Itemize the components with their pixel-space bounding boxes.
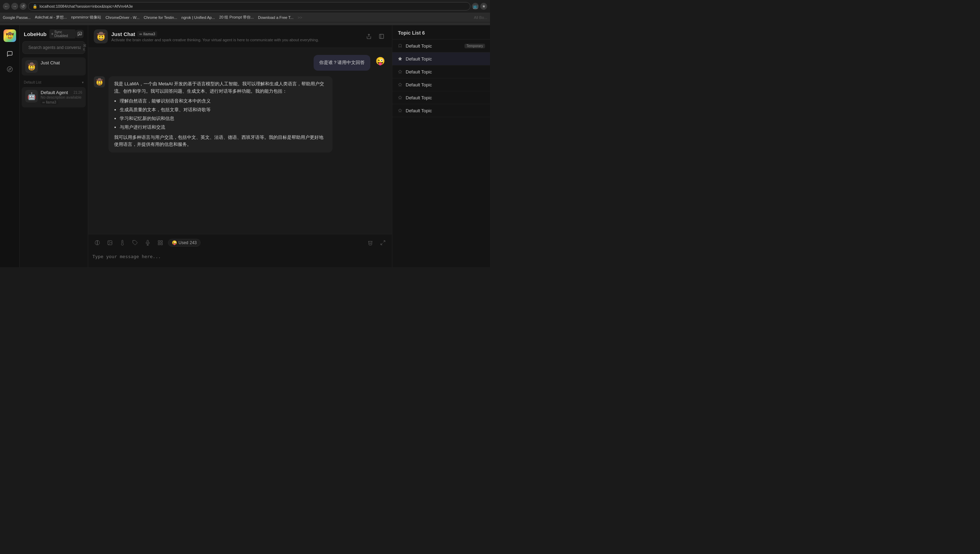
svg-point-0 (7, 67, 12, 72)
bookmark-prompt[interactable]: 20 组 Prompt 带你... (219, 15, 254, 20)
tag-button[interactable] (130, 238, 140, 248)
bookmark-ngrok[interactable]: ngrok | Unified Ap... (181, 15, 215, 19)
clear-button[interactable] (366, 238, 375, 248)
search-input[interactable] (28, 45, 81, 50)
assistant-bullet-list: 理解自然语言，能够识别语音和文本中的含义 生成高质量的文本，包括文章、对话和诗歌… (114, 97, 327, 131)
bullet-4: 与用户进行对话和交流 (120, 124, 327, 131)
sidebar-header: LobeHub Sync Disabled (19, 25, 88, 41)
panel-toggle-button[interactable] (377, 32, 386, 41)
topic-item-5[interactable]: Default Topic (393, 104, 490, 117)
user-message-text: 你是谁？请用中文回答 (319, 60, 365, 65)
topic-bookmark-icon-0 (397, 43, 403, 49)
user-avatar: 😜 (374, 55, 386, 67)
chat-agent-name: Just Chat ∞ llama3 (111, 31, 361, 37)
bookmark-google[interactable]: Google Passw... (3, 15, 31, 19)
topic-item-2[interactable]: Default Topic (393, 65, 490, 78)
default-agent-item[interactable]: 🤖 Default Agent 21:26 No description ava… (22, 87, 86, 107)
topic-name-2: Default Topic (405, 69, 485, 75)
svg-line-18 (383, 240, 385, 242)
chat-header-actions (364, 32, 386, 41)
svg-marker-20 (398, 57, 402, 60)
used-token-badge[interactable]: 😜 Used 243 (168, 239, 201, 247)
grid-button[interactable] (155, 238, 165, 248)
chat-model-badge: ∞ llama3 (137, 31, 157, 37)
svg-rect-14 (158, 240, 160, 242)
sync-label: Sync Disabled (54, 30, 73, 38)
just-chat-avatar: 🤠 (25, 60, 38, 73)
topic-name-3: Default Topic (405, 82, 485, 88)
bookmark-download[interactable]: Download a Free T... (258, 15, 293, 19)
assistant-avatar: 🤠 (94, 76, 105, 88)
chat-nav-icon[interactable] (3, 48, 16, 60)
icon-sidebar: 🤠 (0, 25, 19, 267)
lock-icon: 🔒 (32, 4, 37, 9)
address-bar[interactable]: 🔒 localhost:10084/chat?session=inbox&top… (28, 2, 471, 11)
default-agent-desc: No description available (41, 95, 82, 99)
forward-button[interactable]: → (11, 3, 18, 10)
all-bookmarks[interactable]: All Bo... (474, 15, 487, 19)
default-agent-avatar: 🤖 (25, 90, 38, 102)
share-button[interactable] (364, 32, 374, 41)
bookmark-npmmirror[interactable]: npmmirror 镜像站 (71, 15, 101, 20)
svg-marker-23 (398, 96, 402, 99)
search-bar[interactable]: ⌘ K (22, 41, 85, 54)
chat-infinity-icon: ∞ (139, 32, 142, 36)
svg-point-10 (109, 242, 110, 242)
user-message-bubble: 你是谁？请用中文回答 (314, 55, 370, 71)
sync-dot (51, 33, 53, 35)
bookmark-chromedriver[interactable]: ChromeDriver - W... (105, 15, 139, 19)
svg-rect-16 (161, 243, 163, 245)
chat-agent-desc: Activate the brain cluster and spark cre… (111, 38, 361, 42)
chat-area: 🤠 Just Chat ∞ llama3 Activate the brain … (88, 25, 392, 267)
default-agent-info: Default Agent 21:26 No description avail… (41, 90, 82, 105)
new-chat-button[interactable] (76, 30, 84, 38)
topic-name-0: Default Topic (405, 43, 462, 49)
input-row (93, 250, 388, 263)
bookmark-askchat[interactable]: Askchat.ai - 梦想... (35, 15, 67, 20)
topic-name-5: Default Topic (405, 108, 485, 113)
topic-star-icon-1 (397, 56, 403, 62)
back-button[interactable]: ← (3, 3, 10, 10)
svg-rect-7 (380, 34, 384, 38)
bullet-1: 理解自然语言，能够识别语音和文本中的含义 (120, 97, 327, 105)
used-emoji: 😜 (172, 240, 177, 245)
topic-item-0[interactable]: Default Topic Temporary (393, 40, 490, 53)
topic-item-1[interactable]: Default Topic (393, 53, 490, 65)
bookmark-star-button[interactable]: ★ (480, 3, 487, 10)
topic-name-4: Default Topic (405, 95, 485, 100)
toolbar-row: 😜 Used 243 (93, 238, 388, 248)
topic-star-icon-5 (397, 108, 403, 113)
topic-item-3[interactable]: Default Topic (393, 78, 490, 91)
message-input[interactable] (93, 250, 388, 263)
brain-cluster-button[interactable] (93, 238, 102, 248)
reload-button[interactable]: ↺ (19, 3, 27, 10)
used-label: Used (179, 240, 188, 245)
discover-nav-icon[interactable] (3, 63, 16, 76)
url-text: localhost:10084/chat?session=inbox&topic… (40, 4, 133, 8)
used-count: 243 (190, 240, 197, 245)
right-sidebar: Topic List 6 Default Topic Temporary Def… (392, 25, 490, 267)
section-header: Default List ▾ (19, 78, 88, 86)
just-chat-item[interactable]: 🤠 Just Chat (22, 57, 86, 76)
app-logo-icon[interactable]: 🤠 (3, 29, 16, 42)
temperature-button[interactable] (118, 238, 128, 248)
cast-button[interactable]: 📺 (472, 3, 479, 10)
svg-line-19 (381, 243, 383, 245)
bookmark-chrome-testing[interactable]: Chrome for Testin... (144, 15, 177, 19)
svg-marker-21 (398, 70, 402, 73)
bookmarks-bar: Google Passw... Askchat.ai - 梦想... npmmi… (0, 13, 490, 22)
search-shortcut: ⌘ K (83, 44, 86, 51)
expand-button[interactable] (378, 238, 388, 248)
infinity-icon: ∞ (42, 100, 45, 104)
topic-list-header: Topic List 6 (393, 25, 490, 40)
topic-star-icon-2 (397, 69, 403, 75)
topic-item-4[interactable]: Default Topic (393, 91, 490, 104)
chat-header: 🤠 Just Chat ∞ llama3 Activate the brain … (88, 25, 392, 48)
chat-agent-avatar: 🤠 (94, 29, 108, 43)
mic-button[interactable] (143, 238, 153, 248)
default-agent-time: 21:26 (73, 91, 82, 94)
more-bookmarks[interactable]: >> (297, 15, 302, 19)
section-label: Default List (24, 80, 41, 84)
just-chat-info: Just Chat (41, 60, 82, 65)
image-button[interactable] (105, 238, 115, 248)
